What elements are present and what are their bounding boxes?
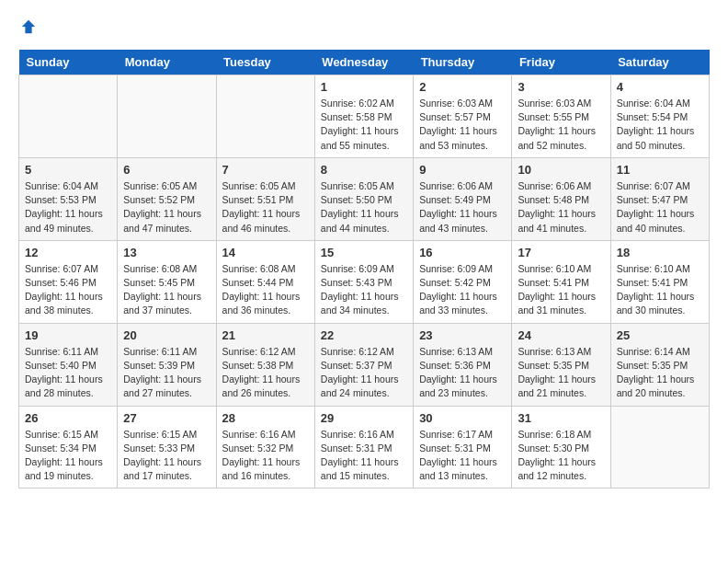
day-number: 15	[321, 246, 407, 259]
day-number: 18	[617, 246, 703, 259]
calendar-table: SundayMondayTuesdayWednesdayThursdayFrid…	[18, 50, 710, 488]
calendar-cell: 28Sunrise: 6:16 AM Sunset: 5:32 PM Dayli…	[216, 406, 314, 488]
day-info: Sunrise: 6:11 AM Sunset: 5:40 PM Dayligh…	[25, 345, 111, 401]
calendar-cell: 9Sunrise: 6:06 AM Sunset: 5:49 PM Daylig…	[414, 157, 512, 240]
calendar-cell: 1Sunrise: 6:02 AM Sunset: 5:58 PM Daylig…	[314, 75, 413, 158]
logo	[18, 18, 37, 35]
weekday-header: Saturday	[610, 50, 709, 75]
calendar-cell: 13Sunrise: 6:08 AM Sunset: 5:45 PM Dayli…	[118, 240, 216, 323]
day-number: 20	[123, 328, 210, 342]
weekday-header: Friday	[512, 50, 610, 75]
day-info: Sunrise: 6:16 AM Sunset: 5:31 PM Dayligh…	[321, 428, 407, 484]
day-info: Sunrise: 6:12 AM Sunset: 5:38 PM Dayligh…	[222, 345, 309, 401]
day-number: 7	[222, 163, 309, 177]
day-info: Sunrise: 6:05 AM Sunset: 5:52 PM Dayligh…	[123, 179, 210, 236]
calendar-week-row: 26Sunrise: 6:15 AM Sunset: 5:34 PM Dayli…	[19, 406, 710, 488]
calendar-cell: 26Sunrise: 6:15 AM Sunset: 5:34 PM Dayli…	[19, 406, 118, 488]
calendar-cell: 25Sunrise: 6:14 AM Sunset: 5:35 PM Dayli…	[610, 323, 709, 406]
calendar-body: 1Sunrise: 6:02 AM Sunset: 5:58 PM Daylig…	[19, 75, 710, 488]
day-number: 17	[518, 246, 604, 259]
calendar-week-row: 5Sunrise: 6:04 AM Sunset: 5:53 PM Daylig…	[19, 157, 710, 240]
day-number: 25	[617, 328, 703, 342]
day-number: 10	[518, 163, 604, 177]
day-number: 6	[123, 163, 210, 177]
calendar-cell: 15Sunrise: 6:09 AM Sunset: 5:43 PM Dayli…	[314, 240, 413, 323]
day-info: Sunrise: 6:04 AM Sunset: 5:54 PM Dayligh…	[617, 97, 703, 153]
calendar-cell: 10Sunrise: 6:06 AM Sunset: 5:48 PM Dayli…	[512, 157, 610, 240]
day-number: 31	[518, 411, 604, 425]
day-info: Sunrise: 6:10 AM Sunset: 5:41 PM Dayligh…	[518, 262, 604, 318]
weekday-header: Wednesday	[314, 50, 413, 75]
calendar-cell: 8Sunrise: 6:05 AM Sunset: 5:50 PM Daylig…	[314, 157, 413, 240]
calendar-cell	[19, 75, 118, 158]
day-number: 13	[123, 246, 210, 259]
calendar-cell: 11Sunrise: 6:07 AM Sunset: 5:47 PM Dayli…	[610, 157, 709, 240]
calendar-cell: 18Sunrise: 6:10 AM Sunset: 5:41 PM Dayli…	[610, 240, 709, 323]
calendar-week-row: 1Sunrise: 6:02 AM Sunset: 5:58 PM Daylig…	[19, 75, 710, 158]
day-number: 23	[419, 328, 506, 342]
day-info: Sunrise: 6:08 AM Sunset: 5:44 PM Dayligh…	[222, 262, 309, 318]
day-info: Sunrise: 6:15 AM Sunset: 5:33 PM Dayligh…	[123, 428, 210, 484]
calendar-week-row: 12Sunrise: 6:07 AM Sunset: 5:46 PM Dayli…	[19, 240, 710, 323]
calendar-cell: 30Sunrise: 6:17 AM Sunset: 5:31 PM Dayli…	[414, 406, 512, 488]
calendar-cell	[610, 406, 709, 488]
day-number: 24	[518, 328, 604, 342]
calendar-header: SundayMondayTuesdayWednesdayThursdayFrid…	[19, 50, 710, 75]
day-number: 29	[321, 411, 407, 425]
calendar-cell: 4Sunrise: 6:04 AM Sunset: 5:54 PM Daylig…	[610, 75, 709, 158]
day-number: 12	[25, 246, 111, 259]
calendar-cell: 12Sunrise: 6:07 AM Sunset: 5:46 PM Dayli…	[19, 240, 118, 323]
day-info: Sunrise: 6:03 AM Sunset: 5:57 PM Dayligh…	[419, 97, 506, 153]
day-info: Sunrise: 6:04 AM Sunset: 5:53 PM Dayligh…	[25, 179, 111, 236]
calendar-cell: 2Sunrise: 6:03 AM Sunset: 5:57 PM Daylig…	[414, 75, 512, 158]
day-info: Sunrise: 6:18 AM Sunset: 5:30 PM Dayligh…	[518, 428, 604, 484]
day-info: Sunrise: 6:17 AM Sunset: 5:31 PM Dayligh…	[419, 428, 506, 484]
day-info: Sunrise: 6:05 AM Sunset: 5:50 PM Dayligh…	[321, 179, 407, 236]
calendar-cell: 14Sunrise: 6:08 AM Sunset: 5:44 PM Dayli…	[216, 240, 314, 323]
day-number: 9	[419, 163, 506, 177]
day-info: Sunrise: 6:11 AM Sunset: 5:39 PM Dayligh…	[123, 345, 210, 401]
day-info: Sunrise: 6:05 AM Sunset: 5:51 PM Dayligh…	[222, 179, 309, 236]
day-info: Sunrise: 6:13 AM Sunset: 5:35 PM Dayligh…	[518, 345, 604, 401]
day-info: Sunrise: 6:15 AM Sunset: 5:34 PM Dayligh…	[25, 428, 111, 484]
day-info: Sunrise: 6:16 AM Sunset: 5:32 PM Dayligh…	[222, 428, 309, 484]
calendar-cell	[118, 75, 216, 158]
day-info: Sunrise: 6:02 AM Sunset: 5:58 PM Dayligh…	[321, 97, 407, 153]
calendar-cell: 6Sunrise: 6:05 AM Sunset: 5:52 PM Daylig…	[118, 157, 216, 240]
day-info: Sunrise: 6:14 AM Sunset: 5:35 PM Dayligh…	[617, 345, 703, 401]
weekday-header: Thursday	[414, 50, 512, 75]
svg-marker-0	[22, 20, 35, 33]
calendar-cell: 29Sunrise: 6:16 AM Sunset: 5:31 PM Dayli…	[314, 406, 413, 488]
day-info: Sunrise: 6:06 AM Sunset: 5:48 PM Dayligh…	[518, 179, 604, 236]
day-number: 3	[518, 80, 604, 94]
day-number: 14	[222, 246, 309, 259]
day-number: 4	[617, 80, 703, 94]
calendar-cell: 16Sunrise: 6:09 AM Sunset: 5:42 PM Dayli…	[414, 240, 512, 323]
calendar-cell: 20Sunrise: 6:11 AM Sunset: 5:39 PM Dayli…	[118, 323, 216, 406]
weekday-header: Monday	[118, 50, 216, 75]
weekday-header: Tuesday	[216, 50, 314, 75]
day-number: 8	[321, 163, 407, 177]
calendar-cell: 21Sunrise: 6:12 AM Sunset: 5:38 PM Dayli…	[216, 323, 314, 406]
page-header	[18, 18, 710, 35]
day-info: Sunrise: 6:07 AM Sunset: 5:46 PM Dayligh…	[25, 262, 111, 318]
calendar-cell: 19Sunrise: 6:11 AM Sunset: 5:40 PM Dayli…	[19, 323, 118, 406]
calendar-cell: 24Sunrise: 6:13 AM Sunset: 5:35 PM Dayli…	[512, 323, 610, 406]
calendar-cell: 22Sunrise: 6:12 AM Sunset: 5:37 PM Dayli…	[314, 323, 413, 406]
day-number: 1	[321, 80, 407, 94]
day-number: 28	[222, 411, 309, 425]
calendar-cell: 3Sunrise: 6:03 AM Sunset: 5:55 PM Daylig…	[512, 75, 610, 158]
day-info: Sunrise: 6:08 AM Sunset: 5:45 PM Dayligh…	[123, 262, 210, 318]
day-number: 21	[222, 328, 309, 342]
day-info: Sunrise: 6:10 AM Sunset: 5:41 PM Dayligh…	[617, 262, 703, 318]
day-info: Sunrise: 6:13 AM Sunset: 5:36 PM Dayligh…	[419, 345, 506, 401]
day-number: 16	[419, 246, 506, 259]
day-number: 27	[123, 411, 210, 425]
calendar-cell: 5Sunrise: 6:04 AM Sunset: 5:53 PM Daylig…	[19, 157, 118, 240]
day-number: 2	[419, 80, 506, 94]
day-info: Sunrise: 6:09 AM Sunset: 5:42 PM Dayligh…	[419, 262, 506, 318]
day-info: Sunrise: 6:03 AM Sunset: 5:55 PM Dayligh…	[518, 97, 604, 153]
calendar-cell: 31Sunrise: 6:18 AM Sunset: 5:30 PM Dayli…	[512, 406, 610, 488]
logo-icon	[20, 18, 37, 35]
calendar-cell: 27Sunrise: 6:15 AM Sunset: 5:33 PM Dayli…	[118, 406, 216, 488]
